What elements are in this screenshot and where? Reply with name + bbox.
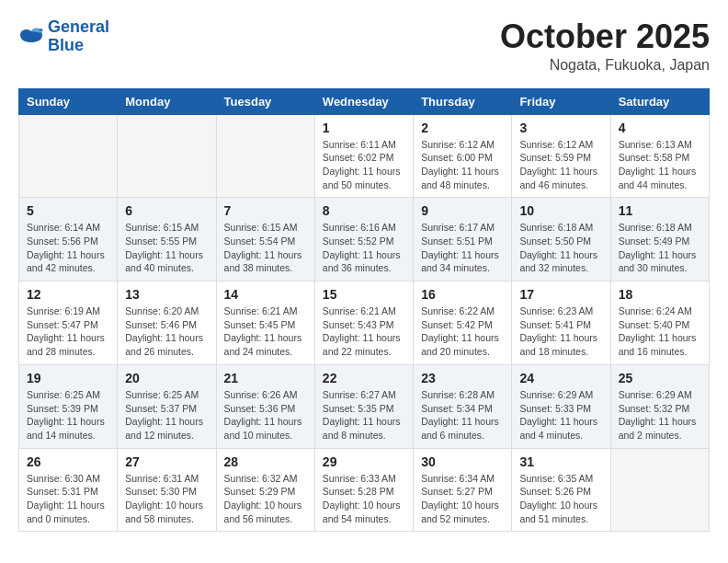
calendar-cell: 22Sunrise: 6:27 AM Sunset: 5:35 PM Dayli… — [314, 364, 413, 448]
day-number: 29 — [323, 454, 405, 469]
day-info: Sunrise: 6:14 AM Sunset: 5:56 PM Dayligh… — [27, 221, 109, 275]
day-number: 30 — [421, 454, 504, 469]
weekday-header-monday: Monday — [118, 88, 216, 114]
day-info: Sunrise: 6:26 AM Sunset: 5:36 PM Dayligh… — [224, 388, 307, 442]
month-title: October 2025 — [500, 18, 710, 55]
day-number: 9 — [421, 203, 504, 218]
day-info: Sunrise: 6:11 AM Sunset: 6:02 PM Dayligh… — [323, 138, 405, 192]
day-number: 26 — [27, 454, 109, 469]
day-info: Sunrise: 6:31 AM Sunset: 5:30 PM Dayligh… — [125, 472, 208, 526]
day-info: Sunrise: 6:34 AM Sunset: 5:27 PM Dayligh… — [421, 472, 504, 526]
day-number: 16 — [421, 287, 504, 302]
calendar-cell: 6Sunrise: 6:15 AM Sunset: 5:55 PM Daylig… — [118, 198, 216, 282]
logo-bird-icon — [18, 26, 44, 48]
day-number: 31 — [519, 454, 602, 469]
day-number: 8 — [323, 203, 405, 218]
day-number: 5 — [27, 203, 109, 218]
calendar-cell: 14Sunrise: 6:21 AM Sunset: 5:45 PM Dayli… — [216, 282, 314, 365]
day-info: Sunrise: 6:22 AM Sunset: 5:42 PM Dayligh… — [421, 304, 504, 359]
day-number: 6 — [125, 203, 208, 218]
day-number: 2 — [421, 121, 504, 135]
calendar-cell: 4Sunrise: 6:13 AM Sunset: 5:58 PM Daylig… — [610, 114, 709, 198]
calendar-cell — [118, 114, 216, 198]
day-number: 24 — [519, 371, 602, 385]
location: Nogata, Fukuoka, Japan — [500, 57, 710, 74]
day-info: Sunrise: 6:32 AM Sunset: 5:29 PM Dayligh… — [224, 472, 307, 526]
title-block: October 2025 Nogata, Fukuoka, Japan — [500, 18, 710, 74]
calendar-cell: 10Sunrise: 6:18 AM Sunset: 5:50 PM Dayli… — [512, 198, 610, 282]
day-info: Sunrise: 6:12 AM Sunset: 6:00 PM Dayligh… — [421, 138, 504, 192]
day-number: 13 — [125, 287, 208, 302]
calendar-cell: 7Sunrise: 6:15 AM Sunset: 5:54 PM Daylig… — [216, 198, 314, 282]
day-info: Sunrise: 6:25 AM Sunset: 5:37 PM Dayligh… — [125, 388, 208, 442]
calendar-cell: 11Sunrise: 6:18 AM Sunset: 5:49 PM Dayli… — [610, 198, 709, 282]
day-number: 18 — [619, 287, 701, 302]
day-info: Sunrise: 6:21 AM Sunset: 5:45 PM Dayligh… — [224, 304, 307, 359]
day-info: Sunrise: 6:18 AM Sunset: 5:49 PM Dayligh… — [619, 221, 701, 275]
calendar-cell: 26Sunrise: 6:30 AM Sunset: 5:31 PM Dayli… — [19, 448, 118, 532]
day-info: Sunrise: 6:15 AM Sunset: 5:55 PM Dayligh… — [125, 221, 208, 275]
weekday-header-thursday: Thursday — [414, 88, 512, 114]
calendar-cell: 5Sunrise: 6:14 AM Sunset: 5:56 PM Daylig… — [19, 198, 118, 282]
day-number: 28 — [224, 454, 307, 469]
day-info: Sunrise: 6:29 AM Sunset: 5:32 PM Dayligh… — [619, 388, 701, 442]
calendar-cell: 2Sunrise: 6:12 AM Sunset: 6:00 PM Daylig… — [414, 114, 512, 198]
day-number: 1 — [323, 121, 405, 135]
calendar-cell: 25Sunrise: 6:29 AM Sunset: 5:32 PM Dayli… — [610, 364, 709, 448]
day-info: Sunrise: 6:29 AM Sunset: 5:33 PM Dayligh… — [519, 388, 602, 442]
weekday-header-tuesday: Tuesday — [216, 88, 314, 114]
day-info: Sunrise: 6:24 AM Sunset: 5:40 PM Dayligh… — [619, 304, 701, 359]
day-number: 19 — [27, 371, 109, 385]
day-number: 12 — [27, 287, 109, 302]
day-info: Sunrise: 6:18 AM Sunset: 5:50 PM Dayligh… — [519, 221, 602, 275]
calendar-header-row: SundayMondayTuesdayWednesdayThursdayFrid… — [19, 88, 710, 114]
day-number: 17 — [519, 287, 602, 302]
page-header: General Blue October 2025 Nogata, Fukuok… — [18, 18, 710, 74]
calendar-cell: 8Sunrise: 6:16 AM Sunset: 5:52 PM Daylig… — [314, 198, 413, 282]
calendar-cell: 28Sunrise: 6:32 AM Sunset: 5:29 PM Dayli… — [216, 448, 314, 532]
calendar-week-row: 5Sunrise: 6:14 AM Sunset: 5:56 PM Daylig… — [19, 198, 710, 282]
calendar-cell: 16Sunrise: 6:22 AM Sunset: 5:42 PM Dayli… — [414, 282, 512, 365]
calendar-cell: 29Sunrise: 6:33 AM Sunset: 5:28 PM Dayli… — [314, 448, 413, 532]
day-info: Sunrise: 6:13 AM Sunset: 5:58 PM Dayligh… — [619, 138, 701, 192]
day-info: Sunrise: 6:30 AM Sunset: 5:31 PM Dayligh… — [27, 472, 109, 526]
calendar-cell: 9Sunrise: 6:17 AM Sunset: 5:51 PM Daylig… — [414, 198, 512, 282]
calendar-cell: 30Sunrise: 6:34 AM Sunset: 5:27 PM Dayli… — [414, 448, 512, 532]
day-info: Sunrise: 6:21 AM Sunset: 5:43 PM Dayligh… — [323, 304, 405, 359]
calendar-cell — [19, 114, 118, 198]
calendar-cell: 3Sunrise: 6:12 AM Sunset: 5:59 PM Daylig… — [512, 114, 610, 198]
day-info: Sunrise: 6:28 AM Sunset: 5:34 PM Dayligh… — [421, 388, 504, 442]
day-info: Sunrise: 6:35 AM Sunset: 5:26 PM Dayligh… — [519, 472, 602, 526]
calendar-cell: 12Sunrise: 6:19 AM Sunset: 5:47 PM Dayli… — [19, 282, 118, 365]
logo: General Blue — [18, 18, 109, 55]
day-info: Sunrise: 6:23 AM Sunset: 5:41 PM Dayligh… — [519, 304, 602, 359]
calendar-cell: 27Sunrise: 6:31 AM Sunset: 5:30 PM Dayli… — [118, 448, 216, 532]
day-info: Sunrise: 6:17 AM Sunset: 5:51 PM Dayligh… — [421, 221, 504, 275]
day-info: Sunrise: 6:25 AM Sunset: 5:39 PM Dayligh… — [27, 388, 109, 442]
day-number: 4 — [619, 121, 701, 135]
day-info: Sunrise: 6:27 AM Sunset: 5:35 PM Dayligh… — [323, 388, 405, 442]
day-number: 22 — [323, 371, 405, 385]
day-info: Sunrise: 6:15 AM Sunset: 5:54 PM Dayligh… — [224, 221, 307, 275]
calendar-cell: 24Sunrise: 6:29 AM Sunset: 5:33 PM Dayli… — [512, 364, 610, 448]
calendar-cell: 18Sunrise: 6:24 AM Sunset: 5:40 PM Dayli… — [610, 282, 709, 365]
calendar-week-row: 19Sunrise: 6:25 AM Sunset: 5:39 PM Dayli… — [19, 364, 710, 448]
weekday-header-sunday: Sunday — [19, 88, 118, 114]
calendar-week-row: 26Sunrise: 6:30 AM Sunset: 5:31 PM Dayli… — [19, 448, 710, 532]
calendar-cell — [216, 114, 314, 198]
calendar-cell — [610, 448, 709, 532]
calendar-week-row: 12Sunrise: 6:19 AM Sunset: 5:47 PM Dayli… — [19, 282, 710, 365]
calendar-week-row: 1Sunrise: 6:11 AM Sunset: 6:02 PM Daylig… — [19, 114, 710, 198]
day-number: 21 — [224, 371, 307, 385]
day-number: 14 — [224, 287, 307, 302]
day-number: 7 — [224, 203, 307, 218]
day-info: Sunrise: 6:33 AM Sunset: 5:28 PM Dayligh… — [323, 472, 405, 526]
calendar-cell: 20Sunrise: 6:25 AM Sunset: 5:37 PM Dayli… — [118, 364, 216, 448]
weekday-header-friday: Friday — [512, 88, 610, 114]
day-number: 27 — [125, 454, 208, 469]
calendar-table: SundayMondayTuesdayWednesdayThursdayFrid… — [18, 88, 710, 533]
calendar-cell: 23Sunrise: 6:28 AM Sunset: 5:34 PM Dayli… — [414, 364, 512, 448]
day-number: 11 — [619, 203, 701, 218]
day-info: Sunrise: 6:16 AM Sunset: 5:52 PM Dayligh… — [323, 221, 405, 275]
logo-text: General Blue — [48, 18, 109, 55]
